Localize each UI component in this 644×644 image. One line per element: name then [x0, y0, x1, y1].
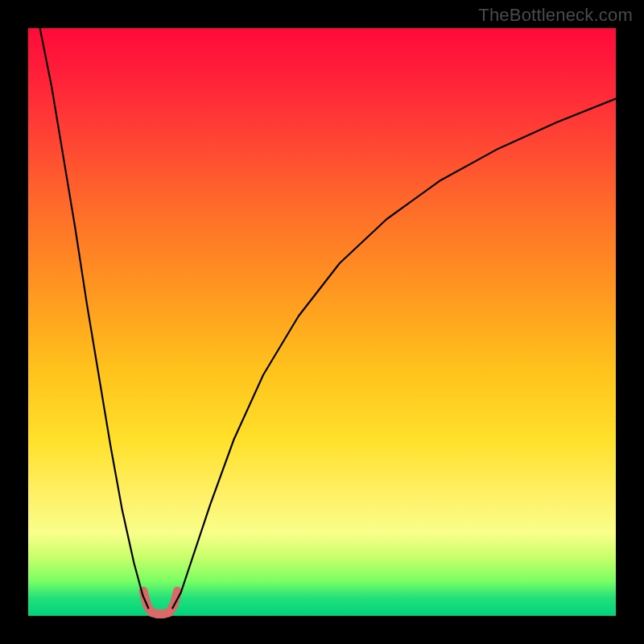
chart-frame: TheBottleneck.com: [0, 0, 644, 644]
left-branch-line: [40, 28, 149, 609]
valley-highlight-line: [143, 591, 177, 613]
right-branch-line: [172, 99, 616, 609]
plot-area: [28, 28, 616, 616]
watermark-text: TheBottleneck.com: [478, 5, 633, 26]
chart-svg: [28, 28, 616, 616]
